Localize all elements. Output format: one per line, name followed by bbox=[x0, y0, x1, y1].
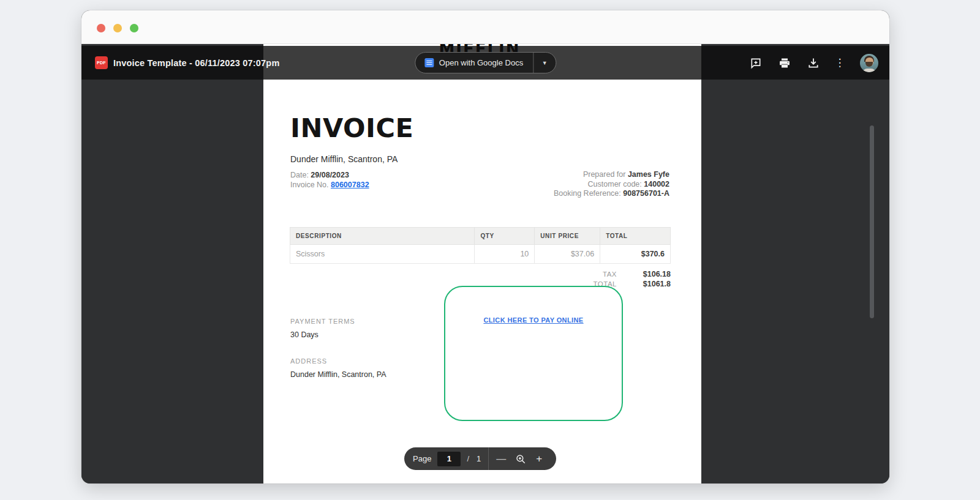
open-with-dropdown-caret[interactable]: ▼ bbox=[533, 53, 556, 73]
page-separator: / bbox=[467, 454, 469, 463]
zoom-out-button[interactable]: — bbox=[497, 453, 505, 465]
avatar-shirt bbox=[862, 69, 876, 72]
tax-row: TAX $106.18 bbox=[594, 270, 671, 280]
tax-value: $106.18 bbox=[634, 270, 671, 280]
payment-terms-label: PAYMENT TERMS bbox=[290, 318, 355, 325]
invoice-number-link[interactable]: 806007832 bbox=[331, 181, 369, 189]
pdf-viewer: MIFFLIN INC INVOICE Dunder Mifflin, Scan… bbox=[81, 44, 889, 483]
booking-ref-value: 908756701-A bbox=[623, 189, 669, 198]
chevron-down-icon: ▼ bbox=[542, 60, 548, 66]
invoice-no-label: Invoice No. bbox=[290, 181, 331, 189]
invoice-meta-right: Prepared for James Fyfe Customer code: 1… bbox=[554, 170, 669, 199]
date-label: Date: bbox=[290, 171, 311, 179]
add-comment-button[interactable] bbox=[750, 57, 762, 69]
open-with-google-docs-main[interactable]: Open with Google Docs bbox=[415, 53, 533, 73]
invoice-number-line: Invoice No. 806007832 bbox=[290, 180, 369, 190]
controls-divider bbox=[488, 447, 489, 470]
cell-unit-price: $37.06 bbox=[535, 245, 600, 264]
pdf-page: MIFFLIN INC INVOICE Dunder Mifflin, Scan… bbox=[263, 44, 701, 483]
header-qty: QTY bbox=[475, 228, 535, 245]
pay-online-link[interactable]: CLICK HERE TO PAY ONLINE bbox=[445, 316, 622, 324]
cell-description: Scissors bbox=[290, 245, 475, 264]
total-value: $1061.8 bbox=[634, 280, 671, 289]
header-description: DESCRIPTION bbox=[290, 228, 475, 245]
file-title: Invoice Template - 06/11/2023 07:07pm bbox=[113, 46, 280, 80]
printer-icon bbox=[778, 57, 791, 69]
download-icon bbox=[807, 57, 820, 69]
customer-code-line: Customer code: 140002 bbox=[554, 180, 669, 190]
download-button[interactable] bbox=[807, 57, 820, 69]
prepared-for-line: Prepared for James Fyfe bbox=[554, 170, 669, 180]
zoom-lens-button[interactable] bbox=[515, 453, 526, 465]
pdf-file-icon: PDF bbox=[95, 56, 108, 69]
macos-titlebar bbox=[81, 10, 889, 44]
zoom-in-button[interactable]: + bbox=[535, 453, 543, 465]
page-controls-bar: Page / 1 — + bbox=[404, 447, 556, 470]
line-items-table: DESCRIPTION QTY UNIT PRICE TOTAL Scissor… bbox=[290, 227, 671, 264]
table-row: Scissors 10 $37.06 $370.6 bbox=[290, 245, 671, 264]
pay-online-highlight-box: CLICK HERE TO PAY ONLINE bbox=[444, 286, 623, 421]
table-header-row: DESCRIPTION QTY UNIT PRICE TOTAL bbox=[290, 228, 671, 245]
user-avatar[interactable] bbox=[860, 54, 878, 72]
tax-label: TAX bbox=[603, 270, 617, 280]
google-docs-icon bbox=[424, 58, 434, 67]
pdf-toolbar: PDF Invoice Template - 06/11/2023 07:07p… bbox=[81, 46, 889, 80]
browser-window: MIFFLIN INC INVOICE Dunder Mifflin, Scan… bbox=[81, 10, 889, 483]
invoice-meta-left: Date: 29/08/2023 Invoice No. 806007832 bbox=[290, 170, 369, 190]
add-comment-icon bbox=[750, 57, 762, 69]
magnifier-zoom-icon bbox=[515, 453, 526, 465]
open-with-label: Open with Google Docs bbox=[439, 58, 523, 67]
payment-terms-value: 30 Days bbox=[290, 330, 318, 339]
invoice-title: INVOICE bbox=[290, 113, 414, 143]
header-total: TOTAL bbox=[600, 228, 671, 245]
cell-total: $370.6 bbox=[600, 245, 671, 264]
booking-ref-label: Booking Reference: bbox=[554, 189, 623, 198]
close-window-button[interactable] bbox=[97, 24, 105, 32]
prepared-for-value: James Fyfe bbox=[628, 170, 669, 179]
company-logo-suffix: INC bbox=[521, 44, 526, 45]
page-number-input[interactable] bbox=[437, 452, 461, 466]
invoice-company-line: Dunder Mifflin, Scantron, PA bbox=[290, 154, 398, 164]
open-with-google-docs-button[interactable]: Open with Google Docs ▼ bbox=[415, 52, 556, 73]
customer-code-label: Customer code: bbox=[588, 180, 644, 188]
customer-code-value: 140002 bbox=[644, 180, 669, 188]
address-label: ADDRESS bbox=[290, 357, 327, 365]
toolbar-actions: ⋮ bbox=[750, 46, 878, 80]
header-unit-price: UNIT PRICE bbox=[535, 228, 600, 245]
booking-ref-line: Booking Reference: 908756701-A bbox=[554, 189, 669, 199]
print-button[interactable] bbox=[778, 57, 791, 69]
prepared-for-label: Prepared for bbox=[583, 170, 628, 179]
total-pages: 1 bbox=[477, 454, 481, 463]
avatar-beard bbox=[865, 62, 873, 67]
more-options-button[interactable]: ⋮ bbox=[836, 57, 843, 69]
date-value: 29/08/2023 bbox=[311, 171, 349, 179]
fullscreen-window-button[interactable] bbox=[130, 24, 138, 32]
scrollbar-thumb[interactable] bbox=[870, 125, 874, 318]
minimize-window-button[interactable] bbox=[113, 24, 122, 32]
cell-qty: 10 bbox=[475, 245, 535, 264]
page-label: Page bbox=[413, 454, 431, 463]
invoice-date-line: Date: 29/08/2023 bbox=[290, 170, 369, 180]
address-value: Dunder Mifflin, Scantron, PA bbox=[290, 370, 386, 379]
